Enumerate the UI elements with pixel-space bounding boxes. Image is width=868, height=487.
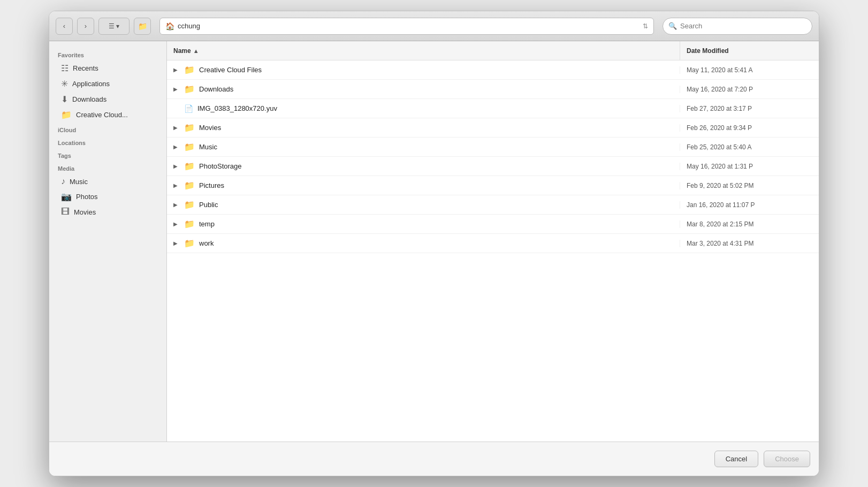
movies-icon: 🎞: [61, 207, 70, 217]
sidebar-item-movies[interactable]: 🎞 Movies: [52, 204, 163, 219]
expand-arrow-icon[interactable]: ▶: [173, 182, 180, 188]
folder-icon: 📁: [184, 84, 195, 94]
folder-icon: 📁: [184, 238, 195, 248]
file-row-name: ▶ 📁 Creative Cloud Files: [167, 65, 680, 75]
file-name: Pictures: [199, 181, 224, 189]
sidebar-item-music[interactable]: ♪ Music: [52, 174, 163, 189]
table-row[interactable]: ▶ 📁 Public Jan 16, 2020 at 11:07 P: [167, 195, 819, 215]
expand-arrow-icon[interactable]: ▶: [173, 221, 180, 227]
file-row-name: ▶ 📁 PhotoStorage: [167, 161, 680, 171]
file-row-date: Feb 25, 2020 at 5:40 A: [680, 143, 819, 151]
col-name-label: Name: [173, 47, 191, 55]
search-bar[interactable]: 🔍: [663, 18, 812, 35]
sidebar-item-label-creative-cloud: Creative Cloud...: [76, 111, 128, 119]
file-row-date: Mar 3, 2020 at 4:31 PM: [680, 240, 819, 247]
icloud-section-header: iCloud: [49, 123, 166, 135]
location-name: cchung: [178, 22, 200, 30]
expand-arrow-icon[interactable]: ▶: [173, 125, 180, 131]
folder-icon: 📁: [184, 219, 195, 229]
table-row[interactable]: ▶ 📁 work Mar 3, 2020 at 4:31 PM: [167, 234, 819, 253]
location-arrows-icon: ⇅: [643, 22, 648, 30]
file-row-date: Mar 8, 2020 at 2:15 PM: [680, 220, 819, 228]
file-icon: 📄: [184, 104, 193, 113]
expand-arrow-icon[interactable]: ▶: [173, 86, 180, 92]
col-name-header[interactable]: Name ▲: [167, 41, 680, 60]
sidebar-item-applications[interactable]: ✳ Applications: [52, 76, 163, 92]
file-row-name: ▶ 📁 Music: [167, 142, 680, 152]
media-section-header: Media: [49, 161, 166, 174]
folder-icon: 📁: [184, 200, 195, 210]
table-row[interactable]: ▶ 📁 Music Feb 25, 2020 at 5:40 A: [167, 138, 819, 157]
table-row[interactable]: ▶ 📁 PhotoStorage May 16, 2020 at 1:31 P: [167, 157, 819, 176]
search-icon: 🔍: [668, 22, 677, 30]
sidebar: Favorites ☷ Recents ✳ Applications ⬇ Dow…: [49, 41, 167, 442]
file-row-name: ▶ 📁 Pictures: [167, 180, 680, 191]
sidebar-item-label-movies: Movies: [74, 208, 96, 216]
new-folder-button[interactable]: 📁: [134, 18, 151, 35]
file-name: PhotoStorage: [199, 162, 242, 170]
file-row-date: Feb 26, 2020 at 9:34 P: [680, 124, 819, 132]
file-row-date: Feb 9, 2020 at 5:02 PM: [680, 182, 819, 189]
back-button[interactable]: ‹: [56, 18, 73, 35]
expand-arrow-icon[interactable]: ▶: [173, 163, 180, 169]
titlebar: ‹ › ☰ ▾ 📁 🏠 cchung ⇅ 🔍: [49, 11, 819, 41]
sidebar-item-recents[interactable]: ☷ Recents: [52, 60, 163, 76]
file-row-name: ▶ 📁 work: [167, 238, 680, 248]
file-name: Movies: [199, 124, 221, 132]
chevron-down-icon: ▾: [116, 22, 119, 30]
choose-button[interactable]: Choose: [764, 451, 810, 467]
sidebar-item-creative-cloud[interactable]: 📁 Creative Cloud...: [52, 107, 163, 123]
forward-button[interactable]: ›: [77, 18, 94, 35]
expand-arrow-icon[interactable]: ▶: [173, 67, 180, 73]
table-row[interactable]: ▶ 📁 Movies Feb 26, 2020 at 9:34 P: [167, 118, 819, 138]
file-name: IMG_0383_1280x720.yuv: [197, 104, 277, 112]
sidebar-item-photos[interactable]: 📷 Photos: [52, 189, 163, 204]
expand-arrow-icon[interactable]: ▶: [173, 240, 180, 246]
file-row-date: May 11, 2020 at 5:41 A: [680, 66, 819, 74]
folder-plus-icon: 📁: [138, 22, 147, 31]
sidebar-item-label-music: Music: [70, 178, 88, 186]
file-row-date: Feb 27, 2020 at 3:17 P: [680, 105, 819, 112]
col-date-header[interactable]: Date Modified: [680, 41, 819, 60]
favorites-section-header: Favorites: [49, 48, 166, 60]
folder-icon: 📁: [184, 65, 195, 75]
tags-section-header: Tags: [49, 148, 166, 161]
folder-icon: 📁: [184, 123, 195, 133]
applications-icon: ✳: [61, 79, 68, 89]
table-row[interactable]: ▶ 📁 Downloads May 16, 2020 at 7:20 P: [167, 80, 819, 99]
home-icon: 🏠: [165, 22, 174, 31]
file-row-name: ▶ 📁 Movies: [167, 123, 680, 133]
file-name: Public: [199, 201, 218, 209]
creative-cloud-icon: 📁: [61, 110, 72, 120]
col-date-label: Date Modified: [687, 47, 729, 55]
sort-arrow-icon: ▲: [193, 48, 199, 54]
file-name: temp: [199, 220, 215, 228]
file-row-name: ▶ 📄 IMG_0383_1280x720.yuv: [167, 104, 680, 113]
main-area: Favorites ☷ Recents ✳ Applications ⬇ Dow…: [49, 41, 819, 442]
file-name: Music: [199, 143, 217, 151]
table-row[interactable]: ▶ 📁 temp Mar 8, 2020 at 2:15 PM: [167, 215, 819, 234]
folder-icon: 📁: [184, 161, 195, 171]
view-options-button[interactable]: ☰ ▾: [98, 18, 130, 35]
sidebar-item-label-downloads: Downloads: [72, 95, 106, 103]
file-row-name: ▶ 📁 Public: [167, 200, 680, 210]
file-dialog: ‹ › ☰ ▾ 📁 🏠 cchung ⇅ 🔍 Favorites ☷ R: [49, 11, 819, 476]
file-name: work: [199, 239, 214, 247]
locations-section-header: Locations: [49, 135, 166, 148]
table-row[interactable]: ▶ 📁 Pictures Feb 9, 2020 at 5:02 PM: [167, 176, 819, 195]
search-input[interactable]: [680, 22, 806, 30]
sidebar-item-label-photos: Photos: [76, 193, 97, 201]
table-row[interactable]: ▶ 📄 IMG_0383_1280x720.yuv Feb 27, 2020 a…: [167, 99, 819, 118]
sidebar-item-downloads[interactable]: ⬇ Downloads: [52, 92, 163, 107]
cancel-button[interactable]: Cancel: [714, 451, 758, 467]
view-lines-icon: ☰: [109, 22, 115, 30]
expand-arrow-icon[interactable]: ▶: [173, 144, 180, 150]
downloads-icon: ⬇: [61, 94, 68, 104]
file-list: ▶ 📁 Creative Cloud Files May 11, 2020 at…: [167, 60, 819, 442]
file-row-date: May 16, 2020 at 7:20 P: [680, 86, 819, 93]
expand-arrow-icon[interactable]: ▶: [173, 202, 180, 208]
location-bar[interactable]: 🏠 cchung ⇅: [159, 18, 654, 35]
folder-icon: 📁: [184, 180, 195, 191]
table-row[interactable]: ▶ 📁 Creative Cloud Files May 11, 2020 at…: [167, 60, 819, 80]
photos-icon: 📷: [61, 192, 72, 202]
